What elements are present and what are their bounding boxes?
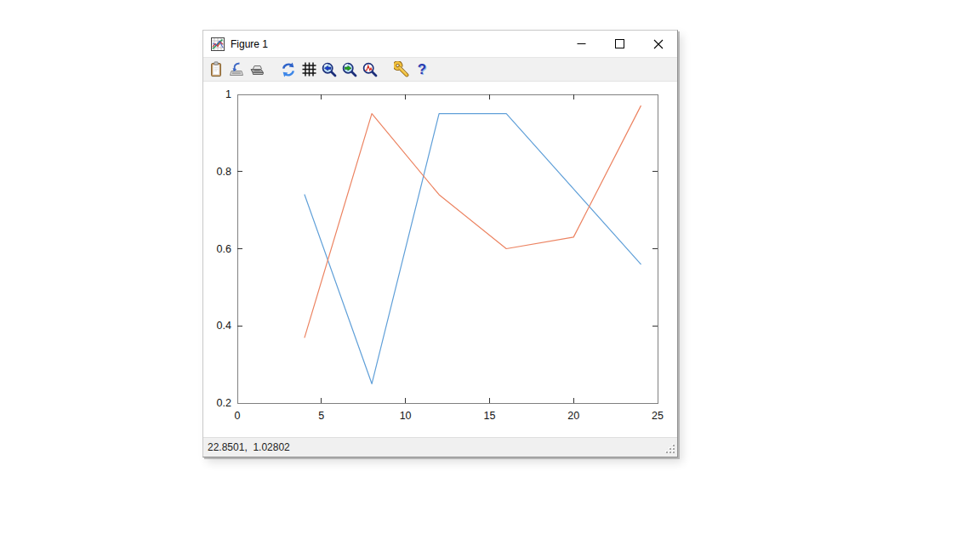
window-controls [562, 31, 677, 57]
window-title: Figure 1 [231, 38, 268, 50]
copy-to-clipboard-button[interactable] [207, 60, 225, 80]
next-zoom-button[interactable] [340, 60, 359, 80]
zoom-previous-icon [322, 62, 337, 77]
plot-area[interactable]: 05101520250.20.40.60.81 [203, 82, 677, 437]
plot-canvas: 05101520250.20.40.60.81 [203, 82, 677, 437]
svg-text:5: 5 [318, 410, 324, 422]
export-to-file-button[interactable] [227, 60, 246, 80]
minimize-icon [577, 39, 586, 48]
status-bar: 22.8501, 1.02802 [203, 437, 677, 457]
svg-text:10: 10 [400, 410, 412, 422]
configure-button[interactable] [392, 60, 411, 80]
printer-icon [249, 63, 265, 76]
zoom-next-icon [342, 62, 357, 77]
replot-button[interactable] [279, 60, 298, 80]
svg-text:1: 1 [225, 88, 231, 100]
help-icon: ? [418, 62, 426, 77]
autoscale-button[interactable] [361, 60, 379, 80]
wrench-icon [394, 61, 410, 77]
svg-text:20: 20 [567, 410, 579, 422]
toggle-grid-button[interactable] [299, 60, 318, 80]
close-icon [653, 39, 664, 49]
svg-text:25: 25 [652, 410, 664, 422]
close-button[interactable] [639, 31, 677, 57]
maximize-icon [615, 39, 624, 48]
figure-chart-icon [211, 37, 225, 51]
svg-text:0.2: 0.2 [217, 397, 231, 409]
title-bar[interactable]: Figure 1 [203, 31, 677, 57]
help-button[interactable]: ? [413, 60, 431, 80]
svg-text:0.4: 0.4 [217, 320, 231, 332]
previous-zoom-button[interactable] [320, 60, 339, 80]
zoom-autoscale-icon [362, 62, 378, 77]
grid-icon [302, 62, 316, 77]
maximize-button[interactable] [601, 31, 639, 57]
save-export-icon [229, 62, 244, 77]
refresh-icon [281, 62, 296, 77]
clipboard-icon [209, 61, 223, 77]
toolbar: ? [203, 57, 677, 82]
resize-grip[interactable] [665, 445, 675, 455]
minimize-button[interactable] [562, 31, 601, 57]
print-button[interactable] [248, 60, 266, 80]
cursor-coordinates: 22.8501, 1.02802 [203, 441, 290, 453]
figure-window: Figure 1 [202, 30, 678, 457]
svg-text:15: 15 [483, 410, 495, 422]
svg-text:0.8: 0.8 [217, 166, 231, 178]
svg-text:0.6: 0.6 [217, 243, 231, 255]
svg-text:0: 0 [235, 410, 241, 422]
